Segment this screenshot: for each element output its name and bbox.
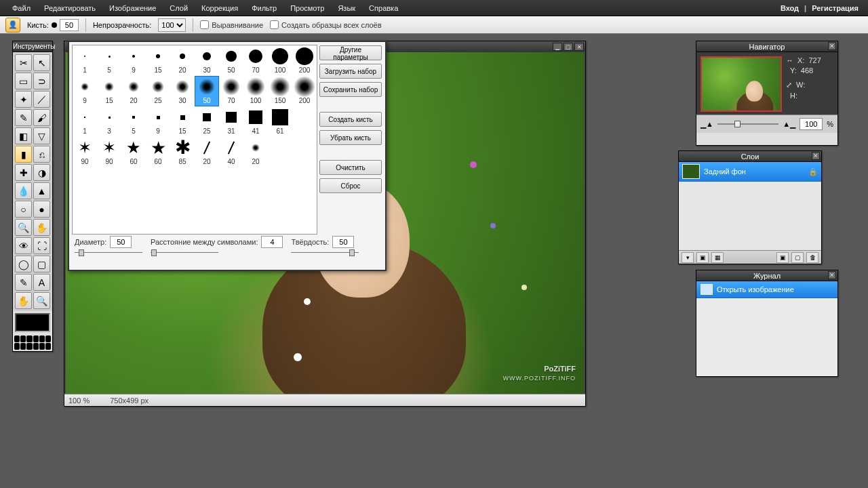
brush-preset[interactable]: 25 (146, 76, 170, 106)
brush-preset[interactable]: 1 (73, 106, 97, 137)
tool-pan[interactable]: ✋ (15, 292, 32, 309)
zoom-slider[interactable] (717, 123, 778, 125)
brush-preset[interactable]: 5 (97, 45, 121, 76)
brush-preset[interactable]: 61 (268, 106, 292, 137)
delete-layer-button[interactable]: 🗑 (806, 252, 818, 263)
tool-hand[interactable]: ✋ (33, 219, 50, 236)
menu-8[interactable]: Справка (362, 1, 405, 15)
tool-picker[interactable]: ✎ (15, 274, 32, 291)
brush-preset[interactable]: ★60 (146, 137, 170, 167)
brush-preset[interactable]: 5 (121, 106, 146, 137)
brush-preset[interactable]: 20 (170, 45, 195, 76)
spacing-input[interactable] (261, 236, 283, 248)
register-link[interactable]: Регистрация (808, 1, 863, 15)
brush-side-button[interactable]: Создать кисть (319, 112, 382, 127)
brush-preset[interactable]: 50 (195, 76, 219, 106)
tool-zoom2[interactable]: 🔍 (33, 292, 50, 309)
tool-shape[interactable]: ◯ (15, 256, 32, 272)
brush-preset[interactable]: 30 (170, 76, 195, 106)
brush-preset[interactable]: 70 (243, 45, 268, 76)
zoom-input[interactable] (800, 118, 823, 130)
layer-row[interactable]: Задний фон 🔒 (679, 162, 821, 182)
close-icon[interactable]: ✕ (574, 43, 584, 51)
tool-line[interactable]: ／ (33, 91, 50, 108)
brush-preset[interactable]: 15 (97, 76, 121, 106)
zoom-in-icon[interactable]: ▲▁ (783, 120, 795, 129)
tool-eye[interactable]: 👁 (15, 237, 32, 254)
tool-text[interactable]: A (33, 274, 50, 291)
brush-preset[interactable]: 20 (121, 76, 146, 106)
tool-sponge[interactable]: ● (33, 201, 50, 218)
brush-preset[interactable] (292, 106, 317, 137)
brush-preset[interactable]: 20 (195, 137, 219, 167)
brush-preset[interactable]: 9 (73, 76, 97, 106)
layer-opts-button[interactable]: ▾ (682, 252, 694, 263)
zoom-out-icon[interactable]: ▁▲ (701, 120, 713, 129)
color-swatch[interactable] (15, 313, 50, 332)
navigator-thumbnail[interactable] (701, 56, 782, 112)
brush-preset[interactable]: 200 (292, 76, 317, 106)
tool-crop[interactable]: ✂ (15, 54, 32, 71)
login-link[interactable]: Вход (776, 1, 803, 15)
brush-preset[interactable]: 20 (243, 137, 268, 167)
brush-side-button[interactable]: Сброс (319, 178, 382, 193)
brush-preset[interactable]: ✶90 (97, 137, 121, 167)
close-icon[interactable]: ✕ (828, 271, 836, 279)
brush-preset[interactable]: ✱85 (170, 137, 195, 167)
tool-dodge[interactable]: ○ (15, 201, 32, 218)
brush-side-button[interactable]: Убрать кисть (319, 130, 382, 145)
layer-mask-button[interactable]: ▣ (696, 252, 709, 263)
tool-wand[interactable]: ✦ (15, 91, 32, 108)
brush-preset[interactable]: 41 (243, 106, 268, 137)
tool-transform[interactable]: ⛶ (33, 237, 50, 254)
brush-preset[interactable] (268, 137, 292, 167)
brush-preset[interactable]: 150 (268, 76, 292, 106)
brush-preset[interactable]: 70 (219, 76, 243, 106)
sample-all-checkbox[interactable]: Создать образцы всех слоёв (270, 20, 381, 29)
brush-side-button[interactable]: Другие параметры (319, 45, 382, 60)
opacity-select[interactable]: 100 (158, 18, 186, 32)
menu-2[interactable]: Изображение (102, 1, 163, 15)
tool-pencil[interactable]: ✎ (15, 109, 32, 126)
brush-preset[interactable]: 15 (146, 45, 170, 76)
tool-blur[interactable]: 💧 (15, 182, 32, 199)
user-icon[interactable]: 👤 (5, 18, 20, 33)
diameter-input[interactable] (110, 236, 132, 248)
brush-preset[interactable]: ✶90 (73, 137, 97, 167)
brush-side-button[interactable]: Сохранить набор (319, 82, 382, 97)
menu-5[interactable]: Фильтр (245, 1, 283, 15)
brush-size-input[interactable] (60, 19, 79, 31)
duplicate-layer-button[interactable]: ▢ (791, 252, 804, 263)
tool-heal[interactable]: ✚ (15, 164, 32, 181)
layer-fx-button[interactable]: ▦ (711, 252, 724, 263)
tool-stamp[interactable]: ⎌ (33, 146, 50, 163)
color-palette[interactable] (13, 334, 52, 351)
brush-preset[interactable]: 31 (219, 106, 243, 137)
close-icon[interactable]: ✕ (828, 42, 836, 50)
brush-preset[interactable]: 15 (170, 106, 195, 137)
tool-marquee[interactable]: ▭ (15, 73, 32, 89)
brush-preset[interactable]: 3 (97, 106, 121, 137)
brush-preset[interactable]: 9 (121, 45, 146, 76)
menu-0[interactable]: Файл (5, 1, 37, 15)
brush-preset[interactable]: 100 (268, 45, 292, 76)
history-item[interactable]: Открыть изображение (696, 281, 837, 298)
brush-preset[interactable]: 100 (243, 76, 268, 106)
brush-preset[interactable]: 1 (73, 45, 97, 76)
menu-3[interactable]: Слой (163, 1, 195, 15)
hardness-slider[interactable] (291, 249, 359, 256)
brush-side-button[interactable]: Очистить (319, 160, 382, 175)
menu-1[interactable]: Редактировать (37, 1, 102, 15)
brush-preset[interactable]: 50 (219, 45, 243, 76)
hardness-input[interactable] (332, 236, 354, 248)
tool-eraser[interactable]: ◧ (15, 127, 32, 144)
brush-preset[interactable]: 9 (146, 106, 170, 137)
diameter-slider[interactable] (75, 249, 142, 256)
tool-lasso[interactable]: ⊃ (33, 73, 50, 89)
align-checkbox[interactable]: Выравнивание (200, 20, 263, 29)
tool-brush[interactable]: 🖌 (33, 109, 50, 126)
brush-preset[interactable]: 30 (195, 45, 219, 76)
tool-rect[interactable]: ▢ (33, 256, 50, 272)
brush-side-button[interactable]: Загрузить набор (319, 64, 382, 79)
menu-7[interactable]: Язык (331, 1, 362, 15)
